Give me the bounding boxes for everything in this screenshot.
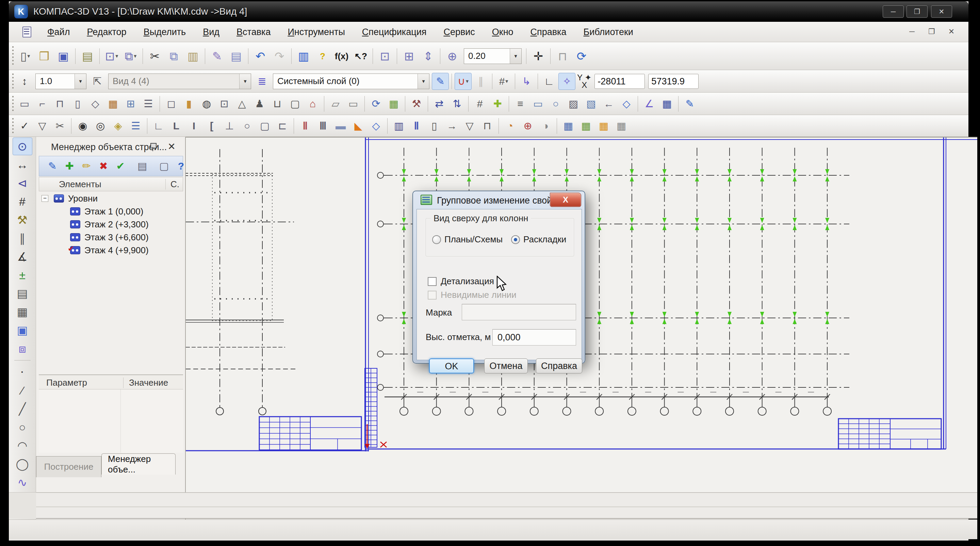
section-round-c-button[interactable]: ◑ [537, 118, 554, 134]
open-document-button[interactable]: ❒ [35, 47, 53, 65]
parametrization-button[interactable]: ∥ [13, 229, 32, 247]
checkbox-detailing[interactable]: Детализация [428, 276, 494, 287]
geometry-button[interactable]: ⊙ [13, 137, 32, 155]
point-button[interactable]: · [13, 363, 32, 381]
send-view-button[interactable]: ⧉▾ [121, 47, 140, 65]
title-bar[interactable]: K КОМПАС-3D V13 - [D:\Draw KM\KM.cdw ->В… [9, 2, 969, 22]
slab-button[interactable]: ◇ [87, 95, 104, 112]
cut-button[interactable]: ✂ [146, 47, 164, 65]
elevation-field[interactable]: 0,000 [492, 329, 576, 345]
new-document-button[interactable]: ▯▾ [16, 47, 34, 65]
construction-axes-button[interactable]: # [13, 193, 32, 210]
dialog-close-button[interactable]: X [550, 193, 581, 207]
zoom-vertical-button[interactable]: ⇕ [419, 47, 437, 65]
cancel-button[interactable]: Отмена [484, 358, 528, 373]
doc-scale-button[interactable]: ↕ [16, 73, 33, 90]
zoom-level-combobox[interactable]: 0.20 ▾ [464, 48, 522, 64]
view-combobox[interactable]: Вид 4 (4) ▾ [108, 73, 251, 89]
spline-button[interactable]: ∿ [13, 473, 32, 491]
print-button[interactable]: ▤ [78, 47, 97, 65]
block-grid-button[interactable]: ▦ [659, 95, 675, 112]
hatch-circle-button[interactable]: ◍ [198, 95, 215, 112]
circle-button[interactable]: ○ [13, 419, 32, 436]
tree-button[interactable]: △ [234, 95, 250, 112]
trim-profile-button[interactable]: ✂ [51, 118, 68, 134]
wall-corner-button[interactable]: ⌐ [34, 95, 51, 112]
aux-line-button[interactable]: ⁄ [13, 382, 32, 399]
sketch-edit-button[interactable]: ✎ [432, 73, 449, 90]
chevron-down-icon[interactable]: ▾ [75, 74, 86, 89]
approve-profile-button[interactable]: ✓ [16, 118, 33, 134]
pan-button[interactable]: ✛ [529, 47, 547, 65]
wall-button[interactable]: ▭ [16, 95, 33, 112]
mdi-minimize-button[interactable]: ─ [905, 26, 919, 37]
radio-layouts[interactable]: Раскладки [511, 234, 566, 245]
tag-button[interactable]: ◈ [110, 118, 127, 134]
insertion-button[interactable]: ▣ [13, 322, 32, 339]
ortho-button[interactable]: ∟ [541, 73, 558, 90]
ibeam-red-button[interactable]: Ⅱ [297, 118, 314, 134]
report-document-button[interactable]: ▢ [156, 158, 172, 174]
table-gray-button[interactable]: ▦ [613, 118, 630, 134]
edit-object-button[interactable]: ✎ [44, 158, 60, 174]
layers-button[interactable]: ≣ [253, 73, 270, 90]
section-line-button[interactable]: ▧ [582, 95, 600, 112]
selection-button[interactable]: ± [13, 266, 32, 284]
print-preview-button[interactable]: ⊡▾ [102, 47, 121, 65]
menu-item-7[interactable]: Спецификация [353, 24, 435, 40]
callout-button[interactable]: ▭ [530, 95, 546, 112]
view-arrow-button[interactable]: ← [600, 95, 617, 112]
axes-add-button[interactable]: ✚ [489, 95, 506, 112]
panel-close-icon[interactable]: ✕ [168, 141, 176, 152]
mdi-close-button[interactable]: ✕ [945, 26, 958, 37]
menu-item-1[interactable]: Файл [39, 24, 78, 40]
shape-button[interactable]: ▢ [286, 95, 304, 112]
portal-frame-button[interactable]: ⊓ [479, 118, 496, 134]
paste-button[interactable]: ▥ [184, 47, 202, 65]
node-mark-button[interactable]: ○ [547, 95, 564, 112]
properties-list-button[interactable]: ▤ [227, 47, 245, 65]
element-list-button[interactable]: ☰ [140, 95, 157, 112]
specification-button[interactable]: ▤ [13, 285, 32, 302]
grid-button[interactable]: #▾ [495, 73, 512, 90]
mdi-restore-button[interactable]: ❐ [925, 26, 939, 37]
apply-changes-button[interactable]: ✔ [112, 158, 129, 174]
door-button[interactable]: ▮ [180, 95, 197, 112]
section-mark-button[interactable]: ▨ [565, 95, 582, 112]
tree-item-floor-4[interactable]: Этаж 4 (+9,900) [39, 244, 183, 257]
window-button[interactable]: ⊡ [216, 95, 233, 112]
angle-profile-button[interactable]: ∟ [150, 118, 167, 134]
marka-field[interactable] [462, 304, 576, 320]
add-object-button[interactable]: ✚ [61, 158, 78, 174]
menu-item-5[interactable]: Вставка [228, 24, 279, 40]
designations-button[interactable]: ⊲ [13, 174, 32, 192]
tools-settings-button[interactable]: ⚒ [408, 95, 425, 112]
menu-item-2[interactable]: Редактор [78, 24, 135, 40]
dimensions-button[interactable]: ↔ [13, 156, 32, 174]
column-button[interactable]: ▯ [69, 95, 86, 112]
chevron-down-icon[interactable]: ▾ [417, 74, 429, 89]
lattice-button[interactable]: ▯ [426, 118, 443, 134]
copy-properties-button[interactable]: ✎ [208, 47, 226, 65]
point-snap-button[interactable]: ✧ [558, 73, 576, 90]
ok-button[interactable]: OK [429, 358, 474, 373]
undo-button[interactable]: ↶ [251, 47, 269, 65]
channel-button[interactable]: ⊓ [51, 95, 68, 112]
editing-button[interactable]: ⚒ [13, 211, 32, 229]
column-blue-button[interactable]: Ⅱ [408, 118, 425, 134]
scale-combobox[interactable]: 1.0 ▾ [35, 73, 86, 89]
table-blue-button[interactable]: ▦ [560, 118, 577, 134]
cee-profile-button[interactable]: ⊏ [274, 118, 291, 134]
position-mark-button[interactable]: ◇ [618, 95, 635, 112]
macro-element-button[interactable]: ⧈ [13, 340, 32, 357]
roller-b-button[interactable]: ◎ [92, 118, 109, 134]
tree-item-floor-3[interactable]: Этаж 3 (+6,600) [39, 231, 183, 244]
menu-item-8[interactable]: Сервис [435, 24, 483, 40]
help-button[interactable]: Справка [536, 358, 582, 373]
library-manager-button[interactable]: ▥ [294, 47, 313, 65]
tube-profile-button[interactable]: ▢ [256, 118, 273, 134]
menu-item-10[interactable]: Справка [522, 24, 575, 40]
pin-icon[interactable] [149, 142, 156, 151]
double-angle-button[interactable]: Ⅲ [314, 118, 331, 134]
axes-grid-button[interactable]: # [471, 95, 488, 112]
